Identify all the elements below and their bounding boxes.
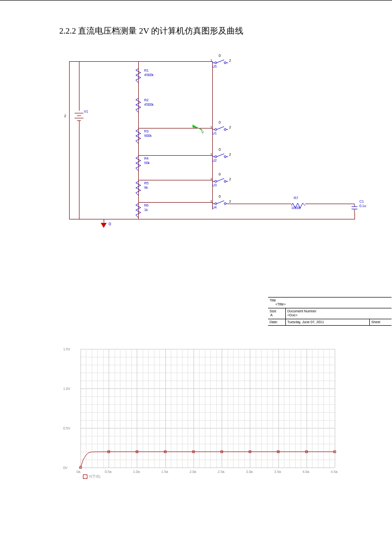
x-tick-label: 0.5a	[105, 470, 112, 473]
doc-value: <Doc>	[287, 313, 298, 317]
u2-pin0: 0	[219, 148, 221, 151]
svg-point-20	[215, 180, 217, 182]
svg-line-16	[217, 154, 224, 157]
v1-value-label: 2	[64, 114, 66, 118]
c1-ref-label: C1	[359, 200, 364, 203]
u3-pin0: 0	[219, 172, 221, 176]
title-block: Title <Title> Size A Document Number <Do…	[268, 297, 392, 326]
u5-pin1: 1	[210, 59, 212, 62]
x-tick-label: 3.5a	[274, 470, 281, 473]
u1-pin0: 0	[219, 121, 221, 124]
u5-ref-label: U5	[212, 65, 217, 68]
y-tick-label: 1.5V	[63, 347, 70, 351]
u4-pin2: 2	[229, 200, 231, 203]
x-tick-label: 2.0a	[190, 470, 196, 473]
x-tick-label: 2.5a	[218, 470, 225, 473]
switch-u2	[212, 153, 228, 158]
schematic-diagram: V1 2 R1 4500k R2 4500k R3 900k R4 90k	[64, 51, 375, 224]
y-tick-label: 0V	[63, 466, 68, 470]
switch-u1	[212, 126, 228, 130]
svg-line-6	[217, 60, 224, 63]
switch-u4	[212, 200, 228, 205]
gnd-label: 0	[109, 222, 111, 226]
simulation-chart: V(节点) 0V0.5V1.0V1.5V0a0.5a1.0a1.5a2.0a2.…	[61, 346, 337, 480]
r3-val-label: 900k	[144, 134, 152, 137]
x-tick-label: 4.0a	[303, 470, 310, 473]
doc-hdr: Document Number	[287, 309, 316, 313]
section-heading: 2.2.2 直流电压档测量 2V 的计算机仿真图形及曲线	[59, 25, 392, 37]
date-hdr: Date:	[268, 319, 285, 325]
u1-pin2: 2	[229, 126, 231, 129]
u3-pin1: 1	[210, 177, 212, 181]
u5-pin2: 2	[229, 59, 231, 62]
x-tick-label: 1.0a	[133, 470, 140, 473]
u4-ref-label: U4	[212, 206, 217, 209]
resistor-r7	[291, 201, 305, 206]
title-value: <Title>	[275, 302, 286, 306]
svg-line-21	[217, 178, 224, 181]
svg-point-17	[224, 156, 226, 158]
x-tick-label: 4.5a	[331, 470, 338, 473]
size-hdr: Size	[270, 309, 276, 313]
switch-u5	[212, 59, 228, 64]
u4-pin0: 0	[219, 195, 221, 198]
svg-point-25	[215, 203, 217, 205]
x-tick-label: 1.5a	[161, 470, 168, 473]
sheet-hdr: Sheet	[369, 319, 392, 325]
capacitor-c1	[352, 204, 357, 213]
legend-series-name: V(节点)	[89, 474, 100, 478]
title-hdr: Title	[270, 299, 276, 302]
date-value: Tuesday, June 07, 2011	[285, 319, 369, 325]
voltage-source-icon	[73, 111, 85, 121]
svg-line-26	[217, 201, 224, 204]
resistor-r5	[136, 181, 141, 195]
y-tick-label: 0.5V	[63, 427, 70, 430]
r6-val-label: 1k	[144, 208, 148, 212]
size-value: A	[271, 313, 273, 317]
r1-ref-label: R1	[144, 69, 149, 72]
svg-point-7	[224, 62, 226, 64]
u2-pin1: 1	[210, 153, 212, 156]
ground-icon	[101, 223, 107, 228]
r2-ref-label: R2	[144, 98, 149, 102]
y-tick-label: 1.0V	[63, 387, 70, 390]
svg-marker-33	[193, 125, 199, 128]
c1-val-label: 0.1u	[359, 204, 366, 208]
svg-point-15	[215, 156, 217, 158]
r4-ref-label: R4	[144, 157, 149, 160]
svg-point-5	[215, 62, 217, 64]
r6-ref-label: R6	[144, 204, 149, 207]
u2-ref-label: U2	[212, 159, 217, 162]
svg-line-11	[217, 127, 224, 129]
resistor-r1	[136, 69, 141, 83]
resistor-r6	[136, 204, 141, 217]
r3-ref-label: R3	[144, 129, 149, 133]
u5-pin0: 0	[219, 54, 221, 57]
u1-pin1: 1	[210, 126, 212, 129]
probe-label: V	[201, 130, 204, 134]
u1-ref-label: U1	[212, 131, 217, 135]
r5-ref-label: R5	[144, 181, 149, 185]
r4-val-label: 90k	[144, 161, 150, 165]
svg-point-22	[224, 180, 226, 182]
svg-point-12	[224, 128, 226, 130]
v1-ref-label: V1	[84, 110, 88, 113]
resistor-r3	[136, 129, 141, 143]
x-tick-label: 3.0a	[246, 470, 253, 473]
svg-point-27	[224, 203, 226, 205]
switch-u3	[212, 177, 228, 182]
r7-ref-label: R7	[294, 196, 298, 200]
u3-pin2: 2	[229, 177, 231, 181]
chart-legend: V(节点)	[83, 474, 100, 479]
u3-ref-label: U3	[212, 183, 217, 187]
resistor-r4	[136, 157, 141, 171]
r7-val-label: 1000k	[291, 206, 301, 210]
u4-pin1: 1	[210, 200, 212, 203]
x-tick-label: 0a	[77, 470, 80, 473]
r1-val-label: 4500k	[144, 73, 154, 77]
r2-val-label: 4500k	[144, 103, 154, 106]
voltage-probe-icon	[193, 125, 202, 133]
svg-point-10	[215, 128, 217, 130]
r5-val-label: 9k	[144, 186, 148, 189]
u2-pin2: 2	[229, 153, 231, 156]
